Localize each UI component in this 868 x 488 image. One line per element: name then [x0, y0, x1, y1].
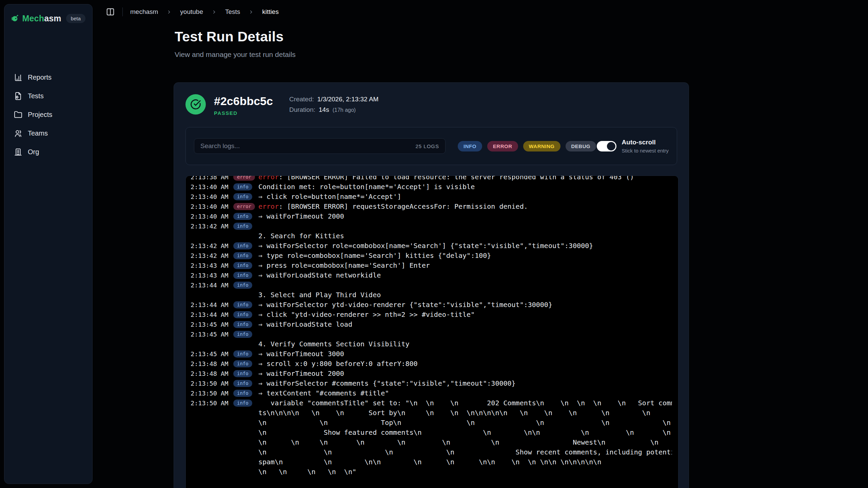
log-timestamp: 2:13:48 AM [191, 369, 229, 379]
search-box: 25 LOGS [194, 138, 446, 154]
log-message: 4. Verify Comments Section Visibility [258, 339, 672, 349]
log-timestamp [191, 447, 229, 457]
log-message: ⇒ waitForSelector role=combobox[name='Se… [258, 241, 672, 251]
log-level-badge: error [233, 176, 255, 181]
sidebar-toggle-icon[interactable] [106, 7, 115, 16]
log-row: 2:13:50 AMinfo⇒ textContent "#comments #… [191, 388, 672, 398]
filter-badge-info[interactable]: INFO [458, 141, 482, 151]
log-message: ⇒ waitForTimeout 2000 [258, 369, 672, 379]
log-viewer[interactable]: 2:13:38 AMerrorerror: [BROWSER ERROR] Fa… [185, 176, 678, 488]
autoscroll-control: Auto-scroll Stick to newest entry [597, 139, 669, 154]
sidebar-item-projects[interactable]: Projects [11, 105, 85, 124]
log-message: ts\n\n\n\n \n \n Sort by\n \n \n \n\n\n\… [258, 408, 672, 418]
log-row: 2:13:45 AMinfo⇒ waitForLoadState load [191, 320, 672, 329]
app-logo[interactable]: Mechasm beta [11, 12, 85, 25]
folder-icon [14, 110, 22, 119]
log-level-badge: info [233, 390, 252, 397]
log-message: variable "commentsTitle" set to: "\n \n … [258, 398, 672, 408]
log-row: 2:13:45 AMinfo⇒ waitForTimeout 3000 [191, 349, 672, 359]
log-row: 2:13:40 AMinfoCondition met: role=button… [191, 182, 672, 192]
log-row: 2:13:50 AMinfo⇒ waitForSelector #comment… [191, 379, 672, 388]
log-timestamp [191, 438, 229, 447]
breadcrumb-item-mechasm[interactable]: mechasm [130, 8, 158, 16]
log-row: \n \n \n \n \n" [191, 467, 672, 477]
filter-badge-debug[interactable]: DEBUG [566, 141, 596, 151]
chart-column-icon [14, 73, 22, 82]
log-row: \n \n Top\n \n \n \n \n [191, 418, 672, 428]
run-meta: Created: 1/3/2026, 2:13:32 AM Duration: … [289, 96, 379, 117]
sidebar: Mechasm beta ReportsTestsProjectsTeamsOr… [4, 4, 93, 484]
log-level-badge: info [233, 193, 252, 200]
log-message: \n \n \n \n \n" [258, 467, 672, 477]
log-row: 2:13:43 AMinfo⇒ press role=combobox[name… [191, 261, 672, 270]
sidebar-item-reports[interactable]: Reports [11, 68, 85, 87]
log-message: \n \n \n \n \n \n \n Newest\n \n [258, 438, 672, 447]
log-timestamp [191, 467, 229, 477]
log-level-badge: info [233, 301, 252, 308]
toggle-knob [607, 142, 615, 150]
log-timestamp [191, 339, 229, 349]
topbar-divider [122, 7, 123, 16]
sidebar-item-tests[interactable]: Tests [11, 87, 85, 105]
log-timestamp: 2:13:40 AM [191, 182, 229, 192]
log-message: ⇒ waitForTimeout 3000 [258, 349, 672, 359]
filter-badge-warning[interactable]: WARNING [523, 141, 560, 151]
filter-badge-error[interactable]: ERROR [487, 141, 518, 151]
level-filters: INFOERRORWARNINGDEBUG [458, 141, 596, 151]
log-row: 2:13:44 AMinfo⇒ waitForSelector ytd-vide… [191, 300, 672, 310]
users-icon [14, 129, 22, 138]
duration-label: Duration: [289, 106, 315, 114]
log-message: 3. Select and Play Third Video [258, 290, 672, 300]
duration-value: 14s [319, 106, 329, 114]
log-message: error: [BROWSER ERROR] Failed to load re… [258, 176, 672, 182]
log-level-badge: info [233, 183, 252, 190]
sidebar-item-teams[interactable]: Teams [11, 124, 85, 143]
sidebar-item-org[interactable]: Org [11, 143, 85, 161]
log-level-badge: info [233, 400, 252, 407]
log-timestamp: 2:13:40 AM [191, 192, 229, 202]
log-row: 2:13:38 AMerrorerror: [BROWSER ERROR] Fa… [191, 176, 672, 182]
log-timestamp: 2:13:38 AM [191, 176, 229, 182]
log-row: spam\n \n \n\n \n \n \n\n \n \n \n\n \n\… [191, 457, 672, 467]
autoscroll-sublabel: Stick to newest entry [622, 148, 669, 154]
log-timestamp [191, 290, 229, 300]
log-row: 4. Verify Comments Section Visibility [191, 339, 672, 349]
log-message: ⇒ press role=combobox[name='Search'] Ent… [258, 261, 672, 270]
log-message: ⇒ waitForLoadState load [258, 320, 672, 329]
log-message: spam\n \n \n\n \n \n \n\n \n \n \n\n \n\… [258, 457, 672, 467]
log-toolbar: 25 LOGS INFOERRORWARNINGDEBUG Auto-scrol… [185, 127, 677, 165]
log-level-badge: info [233, 262, 252, 269]
log-level-badge: info [233, 360, 252, 367]
log-row: 2:13:40 AMinfo⇒ click role=button[name*=… [191, 192, 672, 202]
log-timestamp: 2:13:44 AM [191, 280, 229, 290]
log-timestamp: 2:13:44 AM [191, 310, 229, 320]
log-row: 2:13:42 AMinfo [191, 221, 672, 231]
log-level-badge: info [233, 282, 252, 289]
log-level-badge: info [233, 213, 252, 220]
log-timestamp: 2:13:45 AM [191, 349, 229, 359]
autoscroll-toggle[interactable] [597, 141, 616, 151]
log-level-badge: info [233, 242, 252, 249]
log-timestamp [191, 408, 229, 418]
log-lines: 2:13:38 AMerrorerror: [BROWSER ERROR] Fa… [186, 176, 678, 477]
log-message: \n Show featured comments\n \n \n\n \n \… [258, 428, 672, 438]
log-row: 2:13:40 AMerrorerror: [BROWSER ERROR] re… [191, 202, 672, 211]
log-message: ⇒ type role=combobox[name='Search'] kitt… [258, 251, 672, 261]
log-timestamp: 2:13:50 AM [191, 398, 229, 408]
search-input[interactable] [200, 142, 411, 150]
log-timestamp: 2:13:40 AM [191, 202, 229, 211]
robot-logo-icon [11, 12, 19, 25]
log-level-badge: info [233, 350, 252, 358]
app-name: Mechasm [22, 14, 61, 23]
log-row: 2:13:43 AMinfo⇒ waitForLoadState network… [191, 270, 672, 280]
log-row: 2:13:40 AMinfo⇒ waitForTimeout 2000 [191, 211, 672, 221]
log-timestamp: 2:13:42 AM [191, 241, 229, 251]
log-message [258, 329, 672, 339]
log-timestamp: 2:13:45 AM [191, 320, 229, 329]
log-row: 2. Search for Kitties [191, 231, 672, 241]
log-level-badge: info [233, 252, 252, 259]
log-timestamp [191, 457, 229, 467]
log-timestamp: 2:13:45 AM [191, 329, 229, 339]
log-level-badge: info [233, 311, 252, 318]
log-message: ⇒ click "ytd-video-renderer >> nth=2 >> … [258, 310, 672, 320]
